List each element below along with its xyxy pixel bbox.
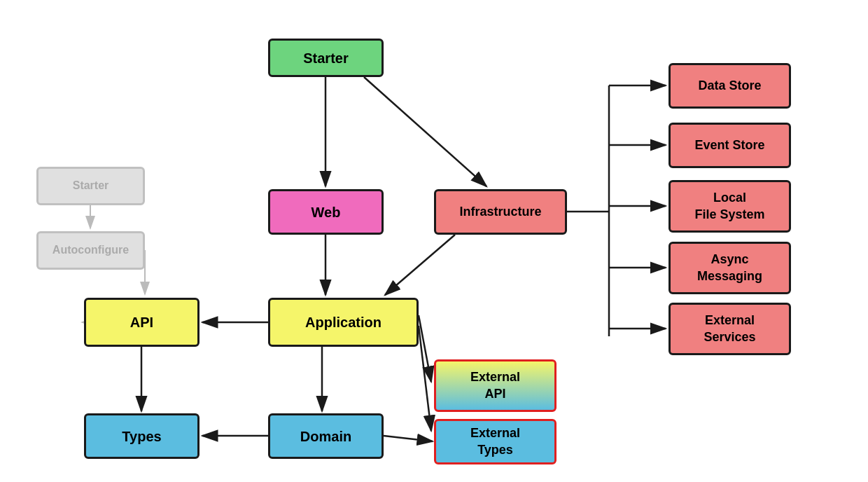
types-node: Types bbox=[84, 413, 200, 459]
starter-node: Starter bbox=[268, 39, 384, 77]
async-messaging-node: Async Messaging bbox=[668, 242, 791, 294]
domain-node: Domain bbox=[268, 413, 384, 459]
architecture-diagram: Starter Web Infrastructure Application A… bbox=[0, 0, 868, 482]
svg-line-10 bbox=[419, 315, 431, 382]
svg-line-11 bbox=[419, 326, 431, 431]
autoconfigure-gray-node: Autoconfigure bbox=[36, 231, 145, 270]
web-node: Web bbox=[268, 189, 384, 235]
local-file-system-node: Local File System bbox=[668, 180, 791, 233]
external-types-node: External Types bbox=[434, 419, 556, 464]
svg-line-3 bbox=[364, 77, 486, 186]
external-api-node: External API bbox=[434, 359, 556, 412]
application-node: Application bbox=[268, 298, 419, 347]
svg-line-5 bbox=[385, 235, 455, 295]
infrastructure-node: Infrastructure bbox=[434, 189, 567, 235]
data-store-node: Data Store bbox=[668, 63, 791, 109]
api-node: API bbox=[84, 298, 200, 347]
event-store-node: Event Store bbox=[668, 123, 791, 168]
external-services-node: External Services bbox=[668, 303, 791, 355]
svg-line-12 bbox=[384, 436, 433, 441]
starter-gray-node: Starter bbox=[36, 167, 145, 205]
